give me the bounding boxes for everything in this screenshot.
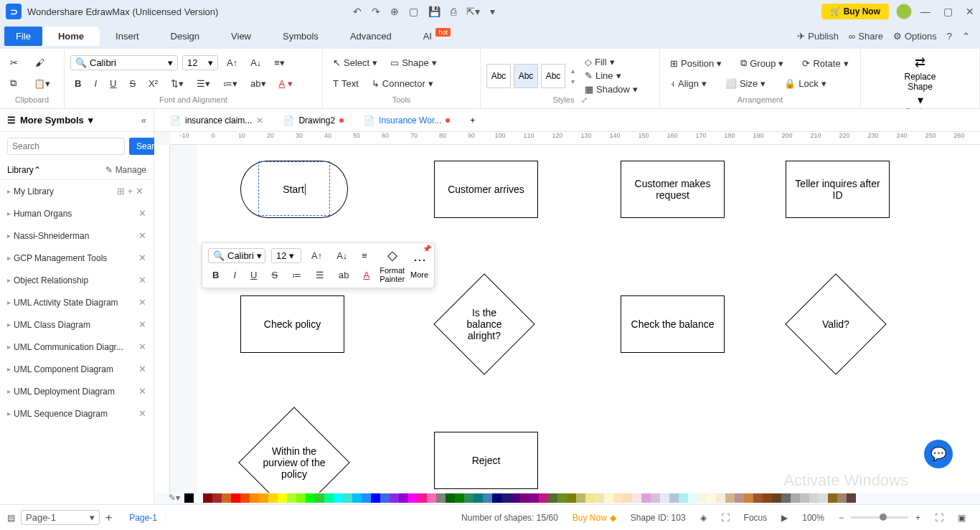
library-item[interactable]: ▸Nassi-Shneiderman✕ (0, 224, 154, 247)
color-swatch[interactable] (259, 493, 268, 503)
color-swatch[interactable] (632, 493, 641, 503)
color-swatch[interactable] (809, 493, 819, 503)
menu-view[interactable]: View (215, 27, 267, 46)
line-spacing-icon[interactable]: ☰▾ (192, 75, 215, 92)
color-swatch[interactable] (585, 493, 595, 503)
color-swatch[interactable] (324, 493, 334, 503)
zoom-value[interactable]: 100% (795, 513, 831, 523)
replace-shape-icon[interactable]: ⇄ (915, 55, 925, 70)
shape-start[interactable]: Start (240, 161, 348, 218)
menu-advanced[interactable]: Advanced (334, 27, 407, 46)
shape-tool[interactable]: ▭ Shape▾ (386, 55, 441, 71)
color-swatch[interactable] (819, 493, 828, 503)
canvas[interactable]: Start Customer arrives Customer makes re… (197, 145, 980, 493)
focus-button[interactable]: Focus (737, 513, 775, 523)
color-swatch[interactable] (604, 493, 613, 503)
color-swatch[interactable] (296, 493, 306, 503)
color-swatch[interactable] (707, 493, 716, 503)
shape-check-policy[interactable]: Check policy (240, 295, 344, 353)
italic-icon[interactable]: I (90, 75, 101, 92)
font-name-select[interactable]: 🔍 Calibri ▾ (70, 55, 178, 70)
float-color-icon[interactable]: A (359, 267, 374, 283)
float-underline-icon[interactable]: U (246, 267, 261, 283)
color-swatch[interactable] (473, 493, 483, 503)
shape-customer-arrives[interactable]: Customer arrives (434, 161, 538, 218)
shape-reject[interactable]: Reject (434, 432, 538, 489)
more-symbols-header[interactable]: ☰ More Symbols▾ « (0, 109, 154, 132)
bullets-icon[interactable]: ≔▾ (219, 75, 242, 92)
float-pin-icon[interactable]: 📌 (423, 245, 431, 252)
save-icon[interactable]: 💾 (428, 6, 440, 17)
document-tab[interactable]: 📄Drawing2 (276, 111, 351, 130)
shape-customer-request[interactable]: Customer makes request (621, 161, 725, 218)
color-swatch[interactable] (781, 493, 791, 503)
color-swatch[interactable] (716, 493, 725, 503)
add-page-icon[interactable]: + (105, 511, 112, 524)
menu-file[interactable]: File (4, 27, 42, 46)
position-button[interactable]: ⊞ Position▾ (666, 55, 726, 72)
library-item[interactable]: ▸UML Communication Diagr...✕ (0, 336, 154, 358)
menu-home[interactable]: Home (42, 27, 100, 46)
chat-fab[interactable]: 💬 (924, 440, 953, 468)
color-swatch[interactable] (641, 493, 651, 503)
replace-shape-button[interactable]: Replace Shape (904, 72, 936, 92)
library-item[interactable]: ▸Object Relationship✕ (0, 269, 154, 291)
collapse-ribbon-icon[interactable]: ⌃ (962, 31, 970, 42)
align-button[interactable]: ⫞ Align▾ (666, 75, 711, 92)
redo-icon[interactable]: ↷ (372, 6, 380, 17)
open-icon[interactable]: ▢ (409, 6, 418, 17)
color-swatch[interactable] (800, 493, 809, 503)
float-inc-font-icon[interactable]: A↑ (307, 247, 326, 264)
strike-icon[interactable]: S (125, 75, 140, 92)
rotate-button[interactable]: ⟳ Rotate▾ (798, 55, 852, 72)
float-bullets-icon[interactable]: ☰ (311, 267, 329, 283)
underline-icon[interactable]: U (105, 75, 121, 92)
float-dec-font-icon[interactable]: A↓ (332, 247, 352, 264)
paste-icon[interactable]: 📋▾ (29, 75, 55, 92)
float-strike-icon[interactable]: S (267, 267, 282, 283)
more-qat-icon[interactable]: ▾ (490, 6, 495, 17)
style-scroll-down[interactable]: ▾ (571, 77, 575, 85)
menu-design[interactable]: Design (155, 27, 215, 46)
properties-panel-icon[interactable]: ▣ (951, 513, 973, 523)
color-swatch[interactable] (418, 493, 427, 503)
color-picker-icon[interactable]: ✎▾ (169, 493, 180, 504)
float-more-button[interactable]: ⋯More (410, 252, 428, 279)
undo-icon[interactable]: ↶ (353, 6, 362, 17)
color-swatch[interactable] (725, 493, 735, 503)
menu-symbols[interactable]: Symbols (267, 27, 334, 46)
color-swatch[interactable] (464, 493, 473, 503)
color-swatch[interactable] (847, 493, 856, 503)
color-swatch[interactable] (651, 493, 660, 503)
library-item[interactable]: ▸GCP Management Tools✕ (0, 247, 154, 269)
zoom-slider[interactable] (851, 516, 908, 519)
float-font-name[interactable]: 🔍 Calibri ▾ (208, 248, 265, 263)
color-swatch[interactable] (446, 493, 455, 503)
spacing-icon[interactable]: ⇅▾ (166, 75, 188, 92)
color-swatch[interactable] (343, 493, 352, 503)
zoom-out-icon[interactable]: − (831, 513, 851, 523)
new-icon[interactable]: ⊕ (390, 6, 399, 17)
size-button[interactable]: ⬜ Size▾ (721, 75, 770, 92)
color-swatch[interactable] (613, 493, 623, 503)
presentation-icon[interactable]: ▶ (774, 513, 795, 523)
decrease-font-icon[interactable]: A↓ (246, 55, 265, 71)
color-swatch[interactable] (548, 493, 557, 503)
color-swatch[interactable] (408, 493, 418, 503)
color-swatch[interactable] (772, 493, 781, 503)
float-align-icon[interactable]: ≡ (357, 247, 372, 264)
options-button[interactable]: ⚙ Options (893, 31, 937, 42)
buy-now-button[interactable]: 🛒 Buy Now (821, 4, 889, 19)
library-item[interactable]: ▸Human Organs✕ (0, 202, 154, 224)
page-selector[interactable]: Page-1▾ (21, 510, 100, 525)
color-swatch[interactable] (539, 493, 548, 503)
color-swatch[interactable] (763, 493, 772, 503)
float-numbered-icon[interactable]: ≔ (288, 267, 306, 283)
bold-icon[interactable]: B (70, 75, 85, 92)
color-swatch[interactable] (278, 493, 287, 503)
color-swatch[interactable] (436, 493, 446, 503)
color-swatch[interactable] (679, 493, 688, 503)
lock-button[interactable]: 🔒 Lock▾ (780, 75, 830, 92)
color-swatch[interactable] (194, 493, 203, 503)
shape-within-purview[interactable]: Within the purview of the policy (238, 407, 350, 493)
